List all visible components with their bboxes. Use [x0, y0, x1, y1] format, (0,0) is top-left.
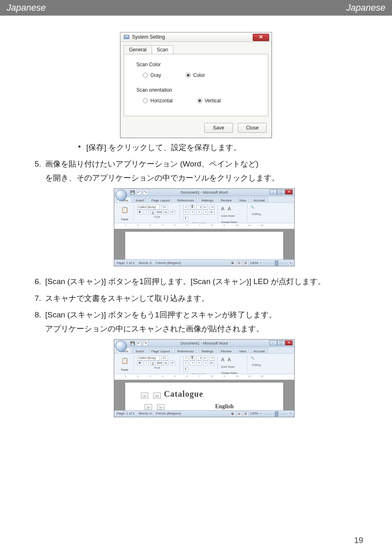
change-styles-icon: A — [228, 356, 231, 365]
step-5: 5. 画像を貼り付けたいアプリケーション (Word、ペイントなど) を開き、そ… — [29, 157, 363, 272]
view-print-layout-icon: ▦ — [230, 261, 235, 266]
ribbon-tab-references: References — [174, 197, 197, 202]
quick-styles-label: Quick Styles — [221, 214, 235, 218]
multilevel-icon: ⋮≡ — [196, 205, 201, 210]
radio-horizontal[interactable]: Horizontal — [143, 98, 173, 104]
strike-icon: abc — [157, 210, 162, 215]
word-ruler: 123456789101112 — [114, 374, 294, 380]
paste-icon: 📋 — [121, 205, 128, 215]
numbering-icon: ≣ — [190, 356, 195, 361]
quick-styles-icon: A — [221, 356, 224, 365]
font-group-label: Font — [137, 365, 177, 371]
close-button[interactable]: Close — [238, 123, 267, 133]
word-ruler: 123456789101112 — [114, 223, 294, 229]
scan-watermark-icon — [153, 393, 161, 398]
radio-horizontal-label: Horizontal — [150, 98, 173, 104]
status-lang: French (Belgium) — [156, 411, 181, 416]
find-icon: 🔍 — [251, 205, 254, 210]
radio-vertical[interactable]: Vertical — [197, 98, 221, 104]
zoom-slider — [263, 262, 288, 264]
radio-gray[interactable]: Gray — [143, 72, 161, 78]
zoom-in-icon: + — [290, 411, 292, 416]
minimize-icon: – — [270, 340, 277, 345]
radio-icon — [143, 73, 148, 78]
quick-styles-icon: A — [221, 205, 224, 214]
step-number: 5. — [29, 157, 45, 272]
dialog-title-text: System Setting — [132, 34, 165, 40]
scan-watermark-icon — [141, 393, 148, 398]
ribbon-tab-insert: Insert — [133, 197, 147, 202]
bold-icon: B — [137, 210, 142, 215]
qat-save-icon: 💾 — [130, 341, 135, 346]
maximize-icon: ▢ — [277, 340, 285, 345]
minimize-icon: – — [270, 190, 277, 194]
view-web-icon: ▥ — [243, 412, 248, 416]
bullets-icon: ≡ — [183, 356, 188, 361]
italic-icon: I — [144, 210, 149, 215]
indent-dec-icon: ⇤ — [203, 205, 208, 210]
step-6: 6. [Scan (スキャン)] ボタンを1回押します。[Scan (スキャン)… — [29, 275, 363, 289]
numbering-icon: ≣ — [190, 205, 195, 210]
scan-watermark-icon — [157, 404, 164, 410]
ribbon-tab-review: Review — [218, 197, 235, 202]
step-5-line2: を開き、そのアプリケーションの中でカーソルをクリックします。 — [45, 171, 363, 185]
view-web-icon: ▥ — [243, 261, 248, 266]
tab-general[interactable]: General — [124, 45, 152, 54]
status-words: Words: 0 — [138, 260, 152, 266]
align-center-icon: ≡ — [190, 361, 195, 365]
paste-label: Paste — [121, 368, 129, 373]
indent-inc-icon: ⇥ — [210, 356, 214, 361]
editing-group-label: Editing — [251, 212, 262, 217]
step-number: 6. — [29, 275, 45, 289]
ribbon-tab-page-layout: Page Layout — [148, 348, 173, 353]
word-ribbon: 📋 Paste Clipboard Calibri (Body) 11 — [114, 203, 294, 223]
step-7: 7. スキャナで文書をスキャンして取り込みます。 — [29, 291, 363, 305]
ribbon-tab-page-layout: Page Layout — [148, 197, 173, 202]
pilcrow-icon: ¶ — [183, 367, 188, 372]
paste-label: Paste — [121, 217, 129, 222]
superscript-icon: x² — [170, 361, 175, 365]
ribbon-tab-mailings: Mailings — [198, 348, 216, 353]
step-8-line1: [Scan (スキャン)] ボタンをもう1回押すとスキャンが終了します。 — [45, 308, 363, 322]
font-size-box: 11 — [161, 356, 168, 361]
close-icon: ✕ — [285, 340, 293, 345]
step-number: 8. — [29, 308, 45, 423]
pilcrow-icon: ¶ — [183, 216, 188, 221]
view-print-layout-icon: ▦ — [230, 412, 235, 416]
indent-inc-icon: ⇥ — [210, 205, 214, 210]
align-right-icon: ≡ — [196, 361, 201, 365]
change-styles-icon: A — [228, 205, 231, 214]
dialog-close-button[interactable]: ✕ — [253, 34, 269, 41]
strike-icon: abc — [157, 361, 162, 365]
editing-group-label: Editing — [251, 363, 262, 368]
zoom-out-icon: − — [260, 411, 262, 416]
ribbon-tab-references: References — [174, 348, 197, 353]
word-screenshot-2: 💾 ↶ ↷ Document1 - Microsoft Word – ▢ ✕ — [114, 339, 295, 417]
status-page: Page: 1 of 1 — [117, 411, 134, 416]
catalogue-title: Catalogue — [164, 389, 203, 398]
find-icon: 🔍 — [251, 356, 254, 361]
step-7-text: スキャナで文書をスキャンして取り込みます。 — [45, 291, 363, 305]
radio-color[interactable]: Color — [186, 72, 205, 78]
zoom-value: 120% — [250, 411, 258, 416]
save-button[interactable]: Save — [204, 123, 233, 133]
radio-icon — [197, 98, 202, 103]
radio-icon — [186, 73, 191, 78]
qat-undo-icon: ↶ — [136, 190, 141, 195]
status-lang: French (Belgium) — [156, 260, 181, 266]
maximize-icon: ▢ — [277, 190, 285, 194]
qat-redo-icon: ↷ — [143, 341, 148, 346]
font-name-box: Calibri (Body) — [137, 205, 160, 210]
align-center-icon: ≡ — [190, 210, 195, 215]
svg-rect-1 — [125, 36, 129, 37]
align-left-icon: ≡ — [183, 361, 188, 365]
indent-dec-icon: ⇤ — [203, 356, 208, 361]
status-words: Words: 0 — [138, 411, 152, 416]
step-8-line2: アプリケーションの中にスキャンされた画像が貼付されます。 — [45, 322, 363, 336]
word-status-bar: Page: 1 of 1 Words: 0 French (Belgium) ▦… — [114, 410, 294, 417]
sort-icon: A↓ — [210, 361, 214, 365]
header-right: Japanese — [346, 2, 385, 13]
tab-scan[interactable]: Scan — [152, 45, 173, 54]
justify-icon: ≡ — [203, 361, 208, 365]
catalogue-subtitle: English — [166, 403, 233, 409]
